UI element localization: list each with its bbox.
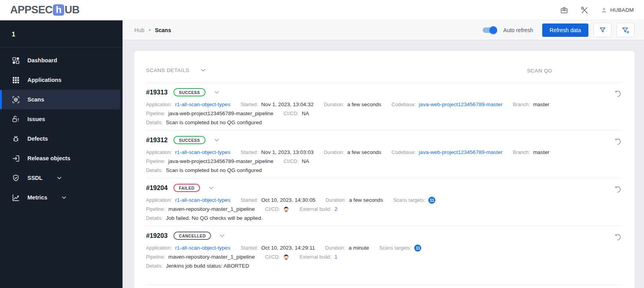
user-menu[interactable]: HUBADM: [601, 7, 634, 14]
field-value: Oct 10, 2023, 14:29:11: [261, 245, 315, 251]
scan-row: #19313SUCCESSApplication:r1-all-scan-obj…: [146, 82, 623, 130]
field-value: a few seconds: [347, 149, 381, 155]
field-value: Job failed. No QG checks will be applied…: [166, 215, 263, 221]
scan-field: Details:Scan is completed but no QG conf…: [146, 167, 262, 173]
field-label: Branch:: [513, 101, 530, 107]
scan-field: Duration:a few seconds: [324, 101, 381, 107]
expand-chevron-icon[interactable]: [213, 89, 220, 96]
refresh-data-button[interactable]: Refresh data: [542, 24, 588, 37]
sidebar-item-dashboard[interactable]: Dashboard: [2, 51, 120, 70]
restart-scan-button[interactable]: [613, 137, 622, 146]
scan-title-line: #19203CANCELLED: [146, 230, 623, 241]
field-value: master: [533, 149, 550, 155]
field-label: Details:: [146, 215, 163, 221]
field-value-link[interactable]: java-web-project123456789-master: [419, 101, 503, 107]
restart-scan-button[interactable]: [613, 89, 622, 98]
sidebar-item-scans[interactable]: Scans: [2, 90, 120, 109]
restart-scan-button[interactable]: [613, 185, 622, 194]
scan-field: Application:r1-all-scan-object-types: [146, 197, 230, 203]
chevron-down-icon: [200, 67, 207, 74]
sidebar-nav: DashboardApplicationsScansIssuesDefectsR…: [0, 47, 123, 207]
metrics-icon: [12, 194, 20, 202]
issues-icon: [12, 115, 20, 123]
ssdl-icon: [12, 174, 20, 182]
funnel-x-icon: [622, 26, 630, 34]
sidebar-item-release-objects[interactable]: Release objects: [2, 149, 120, 168]
scan-row: #19204FAILEDApplication:r1-all-scan-obje…: [146, 178, 623, 226]
expand-chevron-icon[interactable]: [207, 184, 215, 192]
expand-chevron-icon[interactable]: [218, 232, 226, 239]
sidebar-item-defects[interactable]: Defects: [2, 129, 120, 149]
clear-filter-button[interactable]: [617, 23, 635, 37]
field-label: Details:: [146, 263, 163, 269]
field-value: master: [533, 101, 550, 107]
scan-details-line: Details:Jenkins job build status: ABORTE…: [146, 261, 623, 270]
chevron-down-icon: [61, 195, 67, 201]
briefcase-icon[interactable]: [560, 6, 568, 14]
auto-refresh-label: Auto refresh: [503, 27, 533, 33]
field-label: Duration:: [324, 149, 344, 155]
scan-field: Branch:master: [513, 149, 550, 155]
scan-id: #19203: [146, 232, 168, 239]
sidebar-item-metrics[interactable]: Metrics: [2, 188, 120, 207]
header-actions: HUBADM: [560, 6, 634, 14]
sidebar-item-ssdl[interactable]: SSDL: [2, 168, 120, 188]
username: HUBADM: [610, 7, 634, 13]
scan-row: #19312SUCCESSApplication:r1-all-scan-obj…: [146, 130, 623, 178]
scan-field: Started:Nov 1, 2023, 13:03:03: [240, 149, 314, 155]
field-label: CI/CD:: [283, 110, 298, 116]
auto-refresh-toggle[interactable]: [483, 27, 496, 33]
tools-icon[interactable]: [580, 6, 589, 14]
field-value-link[interactable]: r1-all-scan-object-types: [175, 149, 230, 155]
field-label: Duration:: [324, 101, 344, 107]
sidebar-item-label: Issues: [27, 116, 45, 122]
scans-icon: [12, 96, 20, 104]
field-value-link[interactable]: 2: [334, 206, 337, 212]
field-value-link[interactable]: 1: [334, 254, 337, 260]
scan-field: Application:r1-all-scan-object-types: [146, 101, 230, 107]
field-label: Pipeline:: [146, 158, 165, 164]
restart-scan-button[interactable]: [613, 232, 622, 242]
breadcrumb: Hub Scans: [134, 27, 171, 33]
scan-details-line: Details:Scan is completed but no QG conf…: [146, 166, 623, 175]
toggle-knob: [489, 26, 497, 34]
field-value-link[interactable]: java-web-project123456789-master: [419, 149, 503, 155]
sidebar-item-issues[interactable]: Issues: [2, 109, 120, 129]
sidebar-item-label: Defects: [27, 136, 48, 142]
field-label: CI/CD:: [265, 206, 280, 212]
field-value: a minute: [349, 245, 369, 251]
bottom-divider: [146, 285, 623, 285]
field-label: Pipeline:: [146, 110, 165, 116]
field-value-link[interactable]: r1-all-scan-object-types: [175, 101, 230, 107]
scan-details-line: Details:Job failed. No QG checks will be…: [146, 214, 623, 223]
filter-button[interactable]: [593, 23, 612, 37]
scans-details-label: SCANS DETAILS: [146, 67, 189, 73]
field-label: Scans targets:: [379, 245, 411, 251]
scan-meta-line-2: Pipeline:maven-repository-master_1_pipel…: [146, 205, 623, 214]
field-label: Pipeline:: [146, 206, 165, 212]
user-icon: [601, 7, 608, 14]
sidebar-item-label: Dashboard: [27, 57, 57, 63]
breadcrumb-hub[interactable]: Hub: [134, 27, 144, 33]
field-label: External build:: [299, 254, 331, 260]
status-badge: CANCELLED: [173, 232, 211, 240]
field-label: Started:: [240, 149, 258, 155]
field-label: Started:: [240, 245, 258, 251]
applications-icon: [12, 76, 20, 84]
scan-field: Duration:a few seconds: [324, 149, 381, 155]
sidebar-item-applications[interactable]: Applications: [2, 70, 120, 90]
field-value: NA: [302, 158, 309, 164]
scans-details-header[interactable]: SCANS DETAILS: [146, 67, 207, 74]
field-label: Started:: [240, 101, 258, 107]
scan-field: CI/CD:: [265, 254, 289, 260]
dashboard-icon: [12, 56, 20, 65]
field-value-link[interactable]: r1-all-scan-object-types: [175, 197, 230, 203]
field-value: a few seconds: [347, 101, 381, 107]
scan-field: Pipeline:java-web-project123456789-maste…: [146, 158, 273, 164]
field-value-link[interactable]: r1-all-scan-object-types: [175, 245, 230, 251]
expand-chevron-icon[interactable]: [213, 136, 220, 144]
scan-field: Started:Oct 10, 2023, 14:29:11: [240, 245, 315, 251]
content-area: SCANS DETAILS SCAN QG #19313SUCCESSAppli…: [123, 40, 644, 288]
breadcrumb-current: Scans: [155, 27, 171, 33]
sidebar-item-label: Applications: [27, 77, 61, 83]
